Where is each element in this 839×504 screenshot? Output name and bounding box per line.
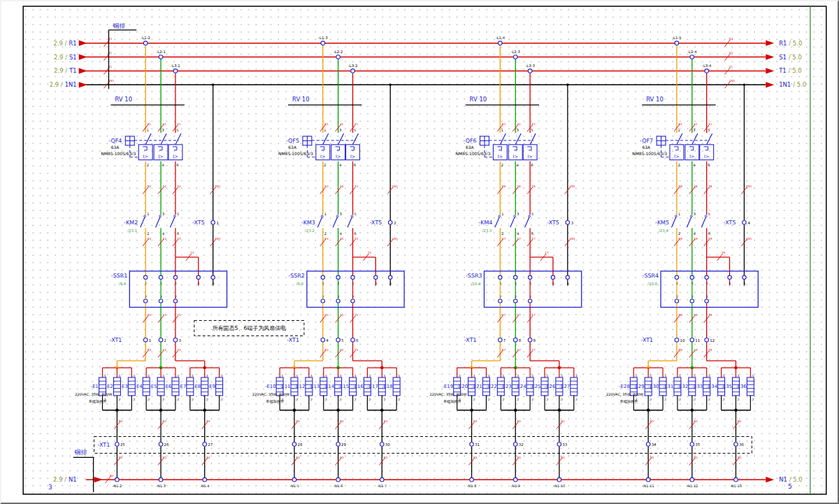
bus-tap[interactable] — [499, 41, 503, 45]
xt1-bottom-terminal[interactable] — [115, 442, 120, 447]
element-label: -E35 — [721, 384, 732, 389]
xt1-bottom-terminal[interactable] — [336, 442, 340, 447]
contact-tip — [705, 215, 707, 217]
xt1-bottom-terminal[interactable] — [292, 442, 296, 447]
wire-number: R5 — [324, 313, 329, 317]
terminal-number: 5 — [177, 212, 179, 216]
ssr-bottom-terminal — [351, 299, 354, 303]
neutral-node[interactable] — [734, 477, 738, 482]
neutral-node[interactable] — [115, 477, 120, 482]
neutral-node-label: -N1-2 — [113, 484, 122, 488]
bus-tap[interactable] — [690, 55, 694, 59]
neutral-node[interactable] — [513, 477, 517, 482]
trip-label: I> — [498, 154, 503, 159]
rv-label: RV 10 — [292, 96, 310, 103]
wire-number: N1 — [163, 419, 167, 423]
wire-number: S7 — [517, 348, 522, 352]
bus-tap[interactable] — [705, 69, 709, 73]
terminal-number: 1 — [322, 282, 324, 285]
bus-tap[interactable] — [513, 55, 517, 59]
zone-number: 3 — [48, 484, 52, 491]
xt1-terminal[interactable] — [159, 338, 163, 343]
neutral-node[interactable] — [690, 477, 694, 482]
xt1-terminal[interactable] — [321, 338, 325, 343]
terminal-number: 6 — [708, 163, 710, 167]
xt1-terminal[interactable] — [528, 338, 532, 343]
bus-tap[interactable] — [159, 55, 163, 59]
terminal-number: 5 — [729, 282, 731, 285]
terminal-number: :2 — [147, 398, 150, 401]
terminal-number: 2 — [160, 295, 162, 298]
xt1-terminal[interactable] — [351, 338, 355, 343]
neutral-node[interactable] — [336, 477, 340, 482]
rv-label: RV 10 — [470, 96, 487, 103]
neutral-node[interactable] — [292, 477, 296, 482]
xt1-bottom-terminal[interactable] — [734, 442, 738, 447]
xt1-bottom-terminal[interactable] — [513, 442, 517, 447]
xt1-terminal[interactable] — [705, 338, 709, 343]
element-label: -E9 — [208, 384, 215, 389]
xt5-terminal[interactable] — [743, 220, 747, 224]
trip-label: I> — [350, 154, 355, 159]
xt1-terminal[interactable] — [143, 338, 148, 343]
bus-tap[interactable] — [173, 69, 178, 73]
terminal-number: :1 — [458, 374, 461, 377]
element-label: -E32 — [677, 384, 689, 389]
xt1-bottom-terminal[interactable] — [690, 442, 694, 447]
terminal-number: :2 — [191, 398, 194, 401]
xt5-terminal[interactable] — [388, 220, 392, 224]
terminal-number: :1 — [473, 374, 475, 377]
neutral-node[interactable] — [646, 477, 650, 482]
xt5-terminal[interactable] — [566, 220, 570, 224]
terminal-number: :1 — [708, 374, 710, 377]
terminal-number: 3 — [162, 128, 164, 132]
xt1-terminal[interactable] — [513, 338, 517, 343]
bus-tap[interactable] — [143, 41, 148, 45]
terminal-number: 1 — [352, 282, 354, 285]
xt1-terminal[interactable] — [690, 338, 694, 343]
bus-tap[interactable] — [321, 41, 325, 45]
neutral-node[interactable] — [380, 477, 385, 482]
xt1-terminal[interactable] — [675, 338, 679, 343]
wire-number: N1 — [384, 419, 388, 423]
xt5-terminal[interactable] — [211, 220, 215, 224]
terminal-number: 5 — [531, 212, 533, 216]
xt1-bottom-terminal[interactable] — [557, 442, 561, 447]
bus-tap[interactable] — [336, 55, 340, 59]
xt1-bottom-terminal[interactable] — [203, 442, 207, 447]
tap-label: -L2-2 — [334, 50, 343, 54]
heater-spec: 220VAC, 35W, 800W — [252, 392, 289, 396]
wire-number: S7 — [517, 237, 522, 240]
element-label: -E20 — [457, 384, 468, 389]
neutral-node-label: -N1-5 — [289, 484, 299, 488]
terminal-number: 26 — [164, 442, 169, 447]
wire-number: T9 — [708, 348, 712, 352]
contactor-name: -KM3 — [301, 219, 315, 226]
contactor-name: -KM5 — [655, 219, 669, 226]
trip-label: I> — [158, 154, 163, 159]
xt1-bottom-terminal[interactable] — [380, 442, 385, 447]
bus-tap[interactable] — [351, 69, 355, 73]
xt1-terminal[interactable] — [499, 338, 503, 343]
xt1-terminal[interactable] — [173, 338, 178, 343]
contact-tip — [514, 215, 516, 217]
schematic-drawing[interactable]: 2.9 /R1R1/ 5.0R1R12.9 /S1S1/ 5.0S1S12.9 … — [1, 1, 838, 503]
neutral-node[interactable] — [203, 477, 207, 482]
xt1-terminal[interactable] — [336, 338, 340, 343]
bus-tap[interactable] — [675, 41, 679, 45]
neutral-node[interactable] — [557, 477, 561, 482]
wire-number: R3 — [148, 348, 152, 352]
trip-label: I> — [689, 154, 694, 159]
neutral-node[interactable] — [159, 477, 163, 482]
xt1-bottom-terminal[interactable] — [646, 442, 650, 447]
trip-label: I> — [320, 154, 325, 159]
terminal-number: 25 — [120, 442, 125, 447]
terminal-number: 5 — [176, 128, 178, 132]
xt1-bottom-terminal[interactable] — [470, 442, 474, 447]
xt1-bottom-terminal[interactable] — [159, 442, 163, 447]
neutral-node[interactable] — [470, 477, 474, 482]
bus-tap[interactable] — [528, 69, 532, 73]
terminal-number: 7 — [503, 338, 505, 343]
wire-number: T7 — [531, 348, 536, 352]
drawing-canvas[interactable]: 2.9 /R1R1/ 5.0R1R12.9 /S1S1/ 5.0S1S12.9 … — [1, 1, 838, 503]
